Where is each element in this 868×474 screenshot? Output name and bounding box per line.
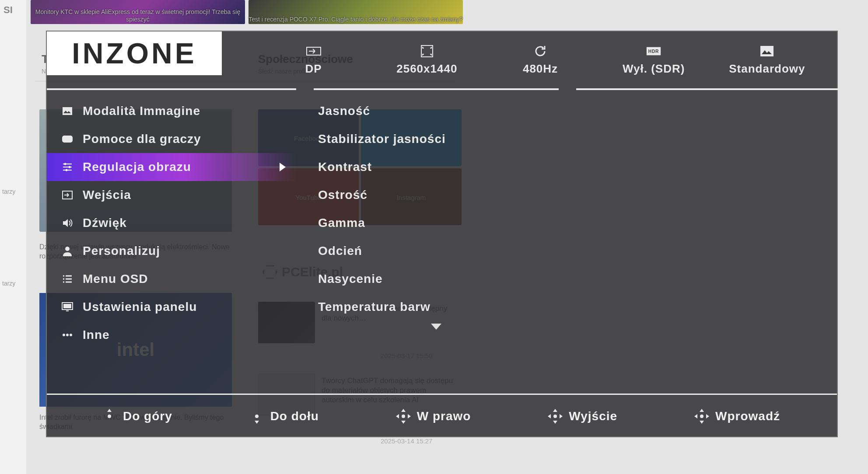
svg-point-8 [66, 169, 68, 171]
hdr-icon: HDR [646, 45, 661, 58]
nav-hint-label: Do dołu [270, 409, 319, 423]
main-menu: Modalità Immagine Pomoce dla graczy Regu… [47, 97, 296, 349]
picture-icon [62, 105, 73, 117]
svg-point-15 [70, 334, 72, 336]
osd-divider [47, 394, 837, 395]
status-refresh-value: 480Hz [523, 62, 558, 76]
submenu-item-brightness-stabilizer[interactable]: Stabilizator jasności [314, 125, 559, 153]
menu-item-label: Pomoce dla graczy [83, 132, 201, 146]
brand-logo: INZONE [47, 31, 222, 75]
menu-item-label: Modalità Immagine [83, 104, 200, 118]
menu-item-panel-settings[interactable]: Ustawienia panelu [47, 293, 296, 321]
chevron-right-icon [280, 163, 286, 171]
svg-point-14 [66, 334, 69, 336]
svg-rect-12 [63, 304, 71, 308]
menu-item-inputs[interactable]: Wejścia [47, 181, 296, 209]
joystick-down-icon [251, 411, 262, 422]
status-resolution-value: 2560x1440 [396, 62, 457, 76]
menu-item-other[interactable]: Inne [47, 321, 296, 349]
sliders-icon [62, 161, 73, 173]
dots-icon [62, 329, 73, 341]
menu-item-label: Wejścia [83, 188, 131, 202]
speaker-icon [62, 217, 73, 229]
refresh-icon [533, 45, 548, 58]
menu-item-personalize[interactable]: Personalizuj [47, 237, 296, 265]
input-icon [62, 189, 73, 201]
gamepad-icon [62, 133, 73, 145]
status-picture-mode-value: Standardowy [729, 62, 805, 76]
osd-divider [47, 88, 296, 90]
menu-item-label: Menu OSD [83, 272, 148, 286]
user-icon [62, 245, 73, 257]
submenu-item-saturation[interactable]: Nasycenie [314, 265, 559, 293]
expand-icon [420, 45, 434, 58]
nav-hint-right: W prawo [398, 409, 471, 423]
svg-rect-4 [760, 46, 774, 56]
joystick-all-icon [550, 411, 561, 422]
bg-side-text: tarzy [2, 188, 15, 195]
submenu-item-contrast[interactable]: Kontrast [314, 153, 559, 181]
menu-item-label: Ustawienia panelu [83, 300, 197, 314]
submenu-item-sharpness[interactable]: Ostrość [314, 181, 559, 209]
status-picture-mode: Standardowy [710, 45, 824, 76]
bg-thumb-caption: Test i recenzja POCO X7 Pro. Ciągle tani… [248, 16, 463, 23]
status-resolution: 2560x1440 [370, 45, 483, 76]
svg-point-13 [63, 334, 65, 336]
status-hdr: HDR Wył. (SDR) [597, 45, 710, 76]
bg-side-text: tarzy [2, 280, 15, 287]
menu-item-sound[interactable]: Dźwięk [47, 209, 296, 237]
menu-item-gaming-assist[interactable]: Pomoce dla graczy [47, 125, 296, 153]
bg-side-label: SI [4, 4, 13, 16]
submenu-item-gamma[interactable]: Gamma [314, 209, 559, 237]
submenu-scroll-down[interactable] [314, 321, 559, 331]
sub-menu: Jasność Stabilizator jasności Kontrast O… [314, 97, 559, 331]
submenu-item-brightness[interactable]: Jasność [314, 97, 559, 125]
status-input-value: DP [305, 62, 322, 76]
picture-icon [760, 45, 774, 58]
nav-hint-label: Wprowadź [715, 409, 780, 423]
bg-thumbnail: Monitory KTC w sklepie AliExpress od ter… [31, 0, 245, 24]
menu-item-picture-mode[interactable]: Modalità Immagine [47, 97, 296, 125]
nav-hint-enter: Wprowadź [696, 409, 780, 423]
menu-item-label: Dźwięk [83, 216, 127, 230]
status-hdr-value: Wył. (SDR) [623, 62, 685, 76]
svg-point-10 [65, 247, 70, 251]
nav-hint-label: W prawo [417, 409, 471, 423]
osd-divider [314, 88, 559, 90]
menu-item-label: Personalizuj [83, 244, 160, 258]
svg-point-6 [64, 163, 66, 165]
nav-hint-exit: Wyjście [550, 409, 617, 423]
nav-hints: Do góry Do dołu W prawo Wyjście Wprowadź [47, 396, 837, 436]
nav-hint-down: Do dołu [251, 409, 319, 423]
menu-item-osd-menu[interactable]: Menu OSD [47, 265, 296, 293]
menu-item-label: Inne [83, 328, 110, 342]
status-refresh: 480Hz [483, 45, 597, 76]
svg-text:HDR: HDR [648, 49, 659, 54]
panel-icon [62, 301, 73, 313]
menu-item-label: Regulacja obrazu [83, 160, 191, 174]
submenu-item-hue[interactable]: Odcień [314, 237, 559, 265]
list-icon [62, 273, 73, 285]
bg-thumbnail-row: Monitory KTC w sklepie AliExpress od ter… [31, 0, 463, 24]
menu-item-image-adjust[interactable]: Regulacja obrazu [47, 153, 296, 181]
svg-rect-5 [63, 107, 72, 115]
svg-point-7 [69, 166, 71, 168]
joystick-up-icon [104, 411, 115, 422]
status-bar: DP 2560x1440 480Hz HDR Wył. (SDR) Standa… [257, 31, 824, 88]
bg-thumbnail: Test i recenzja POCO X7 Pro. Ciągle tani… [248, 0, 463, 24]
bg-snippet-date: 2025-03-14 15:27 [381, 437, 432, 445]
bg-thumb-caption: Monitory KTC w sklepie AliExpress od ter… [31, 8, 245, 23]
input-icon [306, 45, 321, 58]
osd-panel: INZONE DP 2560x1440 480Hz HDR Wył. (SDR) [46, 31, 838, 437]
chevron-down-icon [431, 324, 441, 330]
nav-hint-label: Do góry [123, 409, 172, 423]
nav-hint-up: Do góry [104, 409, 172, 423]
status-input: DP [257, 45, 370, 76]
bg-left-column: SI [0, 0, 26, 474]
nav-hint-label: Wyjście [569, 409, 617, 423]
submenu-item-color-temp[interactable]: Temperatura barw [314, 293, 559, 321]
joystick-all-icon [398, 411, 409, 422]
osd-divider [576, 88, 838, 90]
joystick-press-icon [696, 411, 707, 422]
